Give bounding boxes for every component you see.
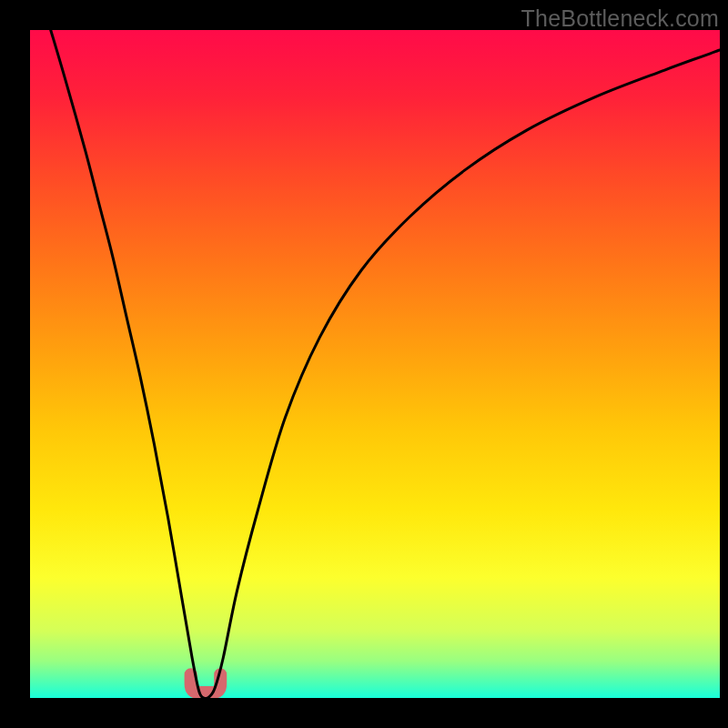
chart-frame: TheBottleneck.com xyxy=(0,0,728,728)
watermark-text: TheBottleneck.com xyxy=(521,5,719,32)
bottleneck-chart xyxy=(30,30,720,698)
gradient-background xyxy=(30,30,720,698)
plot-area xyxy=(30,30,720,698)
